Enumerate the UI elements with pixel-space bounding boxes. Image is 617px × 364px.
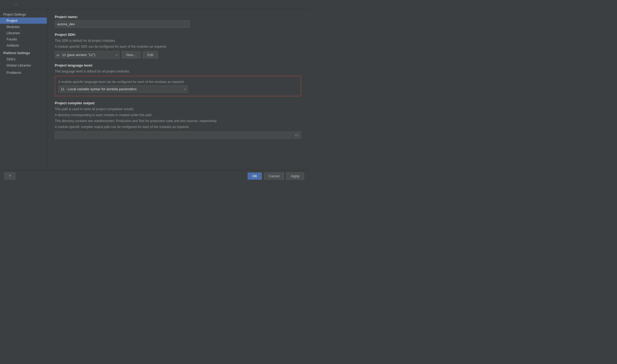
project-sdk-label: Project SDK: [55,33,301,37]
project-settings-dialog: ← → Project Settings Project Modules Lib… [0,0,308,182]
main-content: Project Settings Project Modules Librari… [0,9,308,170]
sidebar-item-project[interactable]: Project [0,18,47,24]
sidebar-item-modules[interactable]: Modules [0,24,47,30]
new-sdk-button[interactable]: New... [122,51,140,58]
bottom-right-buttons: OK Cancel Apply [248,172,304,180]
compiler-output-desc2: A directory corresponding to each module… [55,113,301,117]
sidebar-item-sdks[interactable]: SDKs [0,56,47,62]
project-sdk-desc1: This SDK is default for all project modu… [55,38,301,43]
sidebar-item-problems[interactable]: Problems [0,68,47,77]
folder-browse-button[interactable]: 🗁 [293,131,301,139]
language-level-dropdown[interactable]: 11 - Local variable syntax for lambda pa… [58,85,188,93]
sdk-row: 🗂 11 (java version "11") ▾ New... Edit [55,51,301,58]
cancel-button[interactable]: Cancel [264,172,284,180]
language-level-select-wrapper: 11 - Local variable syntax for lambda pa… [58,85,188,93]
project-compiler-output-label: Project compiler output: [55,101,301,105]
project-sdk-group: Project SDK: This SDK is default for all… [55,33,301,58]
content-area: Project name: Project SDK: This SDK is d… [47,9,308,170]
sidebar-item-artifacts[interactable]: Artifacts [0,42,47,48]
sdk-icon: 🗂 [56,53,60,57]
compiler-output-desc3: This directory contains two subdirectori… [55,119,301,123]
language-level-desc1: This language level is default for all p… [55,69,301,74]
project-name-label: Project name: [55,15,301,19]
forward-button[interactable]: → [12,2,19,8]
sidebar-item-libraries[interactable]: Libraries [0,30,47,36]
bottom-bar: ? OK Cancel Apply [0,170,308,182]
help-button[interactable]: ? [4,172,15,180]
platform-settings-section-label: Platform Settings [0,48,47,56]
apply-button[interactable]: Apply [286,172,304,180]
project-name-input[interactable] [55,20,190,28]
project-language-level-group: Project language level: This language le… [55,63,301,96]
compiler-output-input[interactable] [55,131,292,139]
compiler-output-desc4: A module specific compiler output path c… [55,124,301,129]
edit-sdk-button[interactable]: Edit [143,51,158,58]
project-name-group: Project name: [55,15,301,28]
project-sdk-desc2: A module specific SDK can be configured … [55,44,301,49]
project-compiler-output-group: Project compiler output: This path is us… [55,101,301,139]
language-level-highlight-box: A module specific language level can be … [55,76,301,96]
sdk-select-wrapper: 🗂 11 (java version "11") ▾ [55,51,119,58]
sidebar-item-facets[interactable]: Facets [0,36,47,42]
language-level-desc2: A module specific language level can be … [58,79,297,84]
sidebar: Project Settings Project Modules Librari… [0,9,47,170]
project-settings-section-label: Project Settings [0,11,47,18]
back-button[interactable]: ← [2,2,10,8]
project-language-level-label: Project language level: [55,63,301,67]
sdk-dropdown[interactable]: 11 (java version "11") [55,51,119,58]
sidebar-item-global-libraries[interactable]: Global Libraries [0,62,47,68]
compiler-output-row: 🗁 [55,131,301,139]
ok-button[interactable]: OK [248,172,262,180]
compiler-output-desc1: This path is used to store all project c… [55,107,301,112]
nav-bar: ← → [0,0,308,9]
